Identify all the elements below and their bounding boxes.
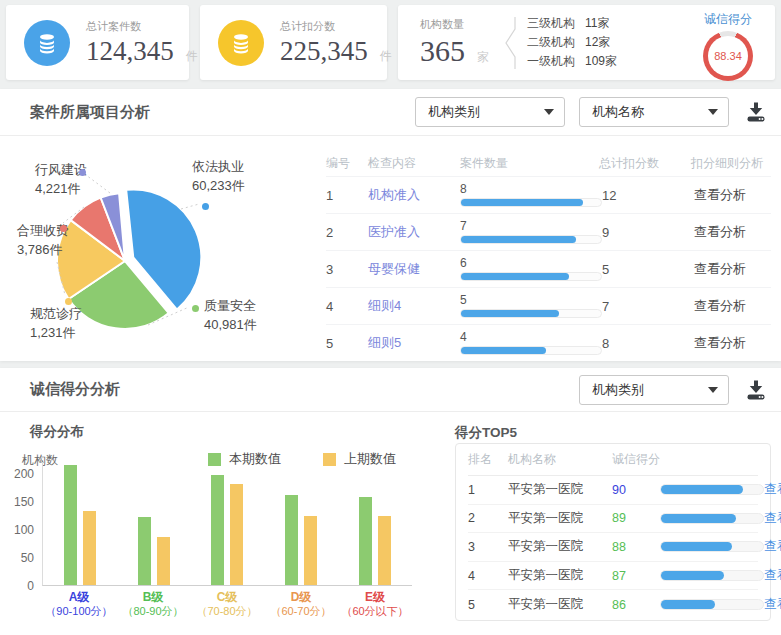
pie-label-name: 质量安全 <box>204 296 257 315</box>
pie-label-value: 4,221件 <box>35 179 87 198</box>
case-count-bar-fill <box>461 236 576 243</box>
x-label-range: （70-80分） <box>190 604 264 618</box>
org-level-item: 三级机构11家 <box>527 14 617 33</box>
download-icon[interactable] <box>743 377 769 403</box>
org-name-select[interactable]: 机构名称 <box>579 97 729 127</box>
bar-group-B级 <box>117 462 191 585</box>
chevron-down-icon <box>708 387 718 393</box>
score-value: 86 <box>612 598 660 612</box>
rank-value: 3 <box>468 540 508 554</box>
col-integrity-score: 诚信得分 <box>612 451 660 468</box>
org-count-value: 365 <box>420 34 465 68</box>
check-content-link[interactable]: 母婴保健 <box>368 260 460 278</box>
score-top5-table: 排名 机构名称 诚信得分 1平安第一医院90查看详情2平安第一医院89查看详情3… <box>455 443 771 621</box>
org-name-value: 平安第一医院 <box>508 567 612 584</box>
org-category-select-value: 机构类别 <box>428 103 480 121</box>
bar-上期数值-C级 <box>230 484 243 585</box>
case-count-cell: 5 <box>460 294 602 318</box>
y-tick-0: 0 <box>0 579 34 593</box>
view-detail-link[interactable]: 查看详情 <box>764 481 781 498</box>
row-no: 2 <box>326 225 368 240</box>
org-level-count: 11家 <box>585 16 609 30</box>
pie-label-dot <box>79 169 86 176</box>
view-analysis-link[interactable]: 查看分析 <box>694 297 774 315</box>
case-count-cell: 4 <box>460 331 602 355</box>
view-detail-link[interactable]: 查看详情 <box>764 538 781 555</box>
case-count-bar-fill <box>461 199 583 206</box>
case-count-value: 4 <box>460 331 602 344</box>
row-no: 1 <box>326 188 368 203</box>
check-content-link[interactable]: 机构准入 <box>368 186 460 204</box>
top5-header-row: 排名 机构名称 诚信得分 <box>468 444 758 476</box>
total-cases-card: 总计案件数 124,345 件 <box>6 5 189 80</box>
top5-row: 3平安第一医院88查看详情 <box>468 533 758 562</box>
view-analysis-link[interactable]: 查看分析 <box>694 334 774 352</box>
bar-上期数值-E级 <box>378 516 391 585</box>
view-detail-link[interactable]: 查看详情 <box>764 567 781 584</box>
x-label-E级: E级（60分以下） <box>338 590 412 618</box>
x-label-A级: A级（90-100分） <box>42 590 116 618</box>
org-category-select[interactable]: 机构类别 <box>415 97 565 127</box>
col-org-name: 机构名称 <box>508 451 612 468</box>
total-cases-unit: 件 <box>186 48 198 65</box>
rank-value: 5 <box>468 598 508 612</box>
integrity-score-analysis-panel: 诚信得分分析 机构类别 得分分布 本期数值 <box>0 368 781 635</box>
case-count-bar-fill <box>461 310 559 317</box>
view-detail-link[interactable]: 查看详情 <box>764 510 781 527</box>
col-check-content: 检查内容 <box>368 155 460 172</box>
x-label-grade: A级 <box>42 590 116 604</box>
score-bar-fill <box>661 485 743 494</box>
pie-label-dot <box>202 203 209 210</box>
view-detail-link[interactable]: 查看详情 <box>764 596 781 613</box>
org-count-card: 机构数量 365 家 三级机构11家 二级机构12家 一级机构109家 诚信得分 <box>398 5 775 80</box>
org-category-select-2[interactable]: 机构类别 <box>579 375 729 405</box>
bar-group-D级 <box>264 462 338 585</box>
col-total-deduction: 总计扣分数 <box>599 155 691 172</box>
y-tick-150: 150 <box>0 495 34 509</box>
bar-上期数值-D级 <box>304 516 317 585</box>
bar-group-C级 <box>191 462 265 585</box>
org-level-name: 三级机构 <box>527 16 575 30</box>
org-level-count: 12家 <box>585 35 610 49</box>
pie-label-dot <box>65 298 72 305</box>
total-deduction-value: 5 <box>602 262 694 277</box>
col-no: 编号 <box>326 155 368 172</box>
download-icon[interactable] <box>743 99 769 125</box>
case-count-bar-track <box>460 198 602 207</box>
pie-label-value: 3,786件 <box>17 240 69 259</box>
integrity-score-label: 诚信得分 <box>697 11 759 28</box>
total-deduction-value: 12 <box>602 188 694 203</box>
row-no: 4 <box>326 299 368 314</box>
view-analysis-link[interactable]: 查看分析 <box>694 186 774 204</box>
total-cases-value: 124,345 <box>86 36 174 67</box>
pie-label-dot <box>192 305 199 312</box>
view-analysis-link[interactable]: 查看分析 <box>694 223 774 241</box>
score-ring: 88.34 <box>703 31 753 81</box>
score-top5-title: 得分TOP5 <box>455 424 517 442</box>
score-value: 89 <box>612 511 660 525</box>
case-count-value: 8 <box>460 183 602 196</box>
stat-cards-row: 总计案件数 124,345 件 总计扣分数 225,345 件 机构 <box>0 0 781 80</box>
org-name-value: 平安第一医院 <box>508 510 612 527</box>
check-content-link[interactable]: 细则4 <box>368 297 460 315</box>
check-content-link[interactable]: 细则5 <box>368 334 460 352</box>
check-content-link[interactable]: 医护准入 <box>368 223 460 241</box>
x-label-grade: C级 <box>190 590 264 604</box>
database-icon <box>24 20 70 66</box>
bar-上期数值-A级 <box>83 511 96 585</box>
score-bar-track <box>660 570 764 581</box>
view-analysis-link[interactable]: 查看分析 <box>694 260 774 278</box>
pie-leader-line <box>181 204 199 209</box>
check-content-table: 编号 检查内容 案件数量 总计扣分数 扣分细则分析 1机构准入812查看分析2医… <box>326 150 771 361</box>
x-label-range: （80-90分） <box>116 604 190 618</box>
case-project-pie-chart: 依法执业60,233件质量安全40,981件规范诊疗1,231件合理收费3,78… <box>0 136 330 360</box>
score-value: 87 <box>612 569 660 583</box>
total-deductions-card: 总计扣分数 225,345 件 <box>200 5 387 80</box>
integrity-score-value: 88.34 <box>714 50 742 62</box>
col-case-count: 案件数量 <box>460 155 599 172</box>
pie-label-规范诊疗: 规范诊疗1,231件 <box>30 304 82 342</box>
org-name-value: 平安第一医院 <box>508 596 612 613</box>
rank-value: 1 <box>468 483 508 497</box>
pie-label-质量安全: 质量安全40,981件 <box>204 296 257 334</box>
case-count-bar-track <box>460 235 602 244</box>
